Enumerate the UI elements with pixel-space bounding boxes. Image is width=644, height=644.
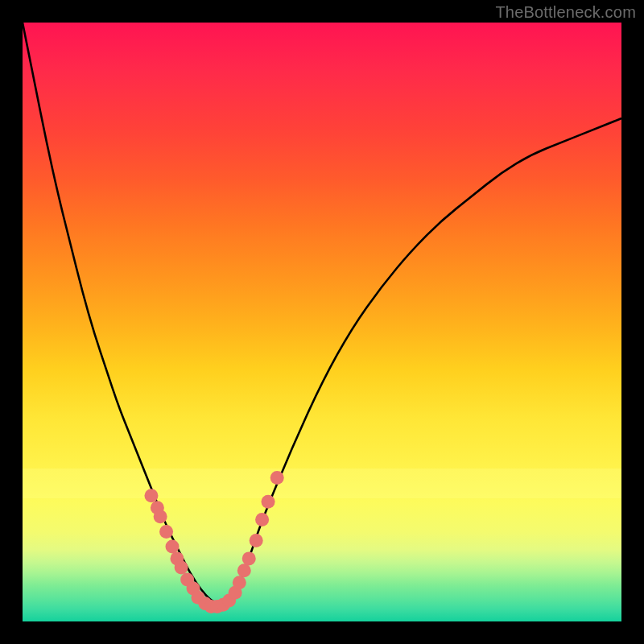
highlight-dot — [270, 471, 284, 485]
highlight-dot — [159, 525, 173, 539]
curve-svg — [23, 23, 621, 621]
highlight-dot — [233, 576, 246, 589]
highlight-dot — [250, 534, 263, 547]
bottleneck-curve — [23, 23, 621, 604]
highlight-dot — [144, 489, 158, 502]
highlight-dots-group — [144, 471, 283, 613]
highlight-dot — [175, 561, 188, 575]
highlight-dot — [154, 510, 167, 523]
highlight-dot — [166, 540, 180, 554]
watermark-text: TheBottleneck.com — [495, 3, 636, 22]
highlight-dot — [242, 551, 256, 565]
chart-frame: TheBottleneck.com — [0, 0, 644, 644]
plot-area — [23, 23, 621, 621]
highlight-dot — [262, 495, 275, 509]
highlight-dot — [237, 564, 251, 577]
highlight-dot — [255, 513, 269, 526]
